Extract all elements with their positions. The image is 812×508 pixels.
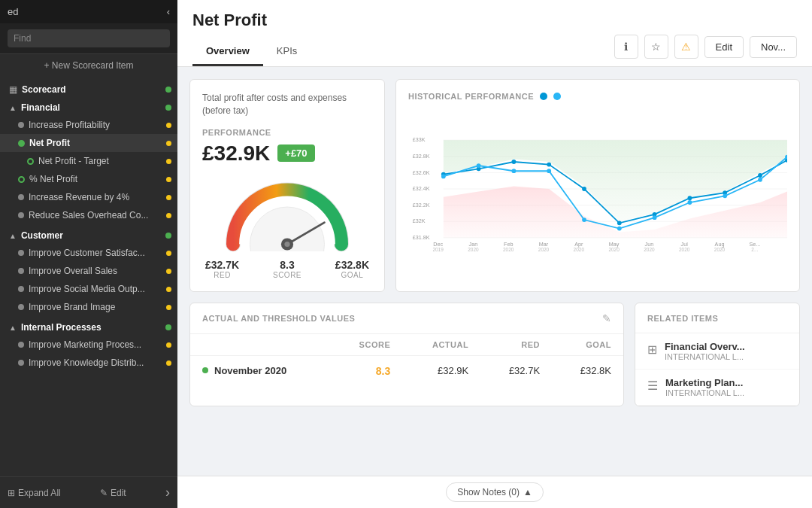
sidebar-section-internal-processes: ▲ Internal Processes Improve Marketing P… <box>0 318 177 372</box>
sidebar-section-customer-header[interactable]: ▲ Customer <box>0 226 177 244</box>
info-button[interactable]: ℹ <box>614 35 638 59</box>
table-card-header: ACTUAL AND THRESHOLD VALUES ✎ <box>190 303 623 334</box>
gauge-score-label: SCORE <box>273 271 301 279</box>
improve-marketing-indicator <box>166 342 171 348</box>
bottom-row: ACTUAL AND THRESHOLD VALUES ✎ SCORE ACTU… <box>189 303 800 406</box>
svg-point-24 <box>582 187 586 191</box>
row-goal: £32.8K <box>552 355 623 386</box>
tab-overview[interactable]: Overview <box>192 38 263 66</box>
table-edit-icon[interactable]: ✎ <box>602 312 611 324</box>
table-row: November 2020 8.3 £32.9K £32.7K £32.8K <box>190 355 623 386</box>
gauge-chart <box>220 176 355 251</box>
historical-chart-svg: £33K £32.8K £32.6K £32.4K £32.2K £32K £3… <box>408 110 787 268</box>
pct-net-profit-indicator <box>166 177 171 182</box>
sidebar-item-scorecard[interactable]: ▦ Scorecard <box>0 80 177 98</box>
col-score: SCORE <box>331 334 402 356</box>
svg-text:2020: 2020 <box>644 247 655 252</box>
main-header: Net Profit Overview KPIs ℹ ☆ ⚠ Edit Nov.… <box>177 0 812 67</box>
search-input[interactable] <box>8 29 170 47</box>
chart-legend-dot-target <box>553 93 561 100</box>
star-button[interactable]: ☆ <box>644 35 668 59</box>
sidebar-item-improve-social-media[interactable]: Improve Social Media Outp... <box>0 280 177 298</box>
sidebar: ed ‹ + New Scorecard Item ▦ Scorecard ▲ … <box>0 0 177 508</box>
sidebar-item-net-profit-target[interactable]: Net Profit - Target <box>0 152 177 170</box>
related-items-header: RELATED ITEMS <box>635 303 799 333</box>
sidebar-item-improve-customer-satisf[interactable]: Improve Customer Satisfac... <box>0 244 177 262</box>
scorecard-status-dot <box>165 87 171 93</box>
increase-revenue-dot <box>18 194 24 200</box>
performance-badge: +£70 <box>277 144 314 162</box>
related-item-financial-overview[interactable]: ⊞ Financial Overv... INTERNATIONAL L... <box>635 333 799 370</box>
row-score: 8.3 <box>331 355 402 386</box>
row-date: November 2020 <box>190 356 331 385</box>
gauge-goal-value: £32.8K <box>335 259 369 271</box>
performance-label: PERFORMANCE <box>202 128 372 137</box>
sidebar-item-improve-brand-image[interactable]: Improve Brand Image <box>0 298 177 316</box>
show-notes-button[interactable]: Show Notes (0) ▲ <box>446 482 544 502</box>
sidebar-tree: ▦ Scorecard ▲ Financial Increase Profita… <box>0 77 177 476</box>
sidebar-item-improve-knowledge[interactable]: Improve Knowledge Distrib... <box>0 354 177 372</box>
related-items-card: RELATED ITEMS ⊞ Financial Overv... INTER… <box>635 303 800 406</box>
content-area: Total profit after costs and expenses (b… <box>177 67 812 476</box>
expand-all-button[interactable]: ⊞ Expand All <box>8 488 61 498</box>
improve-knowledge-indicator <box>166 360 171 366</box>
tab-kpis[interactable]: KPIs <box>263 38 311 66</box>
data-table: SCORE ACTUAL RED GOAL November 2020 <box>190 334 623 386</box>
sidebar-section-internal-processes-header[interactable]: ▲ Internal Processes <box>0 318 177 336</box>
new-scorecard-item-button[interactable]: + New Scorecard Item <box>0 53 177 77</box>
related-item-marketing-plan[interactable]: ☰ Marketing Plan... INTERNATIONAL L... <box>635 370 799 406</box>
sidebar-item-reduce-sales[interactable]: Reduce Sales Overhead Co... <box>0 206 177 224</box>
edit-button-footer[interactable]: ✎ Edit <box>100 488 126 498</box>
sidebar-footer: ⊞ Expand All ✎ Edit › <box>0 476 177 508</box>
sidebar-item-increase-revenue[interactable]: Increase Revenue by 4% <box>0 188 177 206</box>
sidebar-arrow-collapse[interactable]: › <box>165 485 170 500</box>
gauge-goal-stat: £32.8K GOAL <box>335 259 369 279</box>
financial-overview-content: Financial Overv... INTERNATIONAL L... <box>665 341 745 361</box>
svg-text:£33K: £33K <box>413 136 426 143</box>
svg-point-27 <box>688 196 692 200</box>
marketing-plan-sub: INTERNATIONAL L... <box>665 388 744 397</box>
svg-point-31 <box>441 175 446 179</box>
improve-customer-dot <box>18 250 24 256</box>
improve-marketing-dot <box>18 342 24 348</box>
period-button[interactable]: Nov... <box>750 36 797 58</box>
improve-customer-indicator <box>166 251 171 256</box>
net-profit-target-indicator <box>166 159 171 164</box>
increase-profitability-dot <box>18 122 24 128</box>
pct-net-profit-dot <box>18 176 25 183</box>
net-profit-target-dot <box>27 158 34 165</box>
svg-text:£32.6K: £32.6K <box>413 169 430 176</box>
svg-text:2020: 2020 <box>608 247 620 252</box>
financial-status-dot <box>165 105 171 111</box>
historical-chart-card: HISTORICAL PERFORMANCE <box>395 79 800 292</box>
sidebar-section-financial-header[interactable]: ▲ Financial <box>0 98 177 116</box>
edit-button[interactable]: Edit <box>704 36 744 58</box>
svg-text:2019: 2019 <box>432 247 444 252</box>
performance-main-value: £32.9K <box>202 141 270 166</box>
alert-button[interactable]: ⚠ <box>674 35 698 59</box>
alert-icon: ⚠ <box>681 41 691 53</box>
gauge-red-stat: £32.7K RED <box>205 259 239 279</box>
sidebar-collapse-icon[interactable]: ‹ <box>167 6 170 17</box>
sidebar-app-name: ed <box>8 6 18 17</box>
sidebar-item-improve-overall-sales[interactable]: Improve Overall Sales <box>0 262 177 280</box>
main-content: Net Profit Overview KPIs ℹ ☆ ⚠ Edit Nov.… <box>177 0 812 508</box>
svg-text:2020: 2020 <box>574 247 585 252</box>
sidebar-item-net-profit[interactable]: Net Profit <box>0 134 177 152</box>
col-red: RED <box>480 334 552 356</box>
show-notes-label: Show Notes (0) <box>457 487 520 497</box>
svg-point-32 <box>477 163 481 168</box>
performance-card: Total profit after costs and expenses (b… <box>189 79 385 292</box>
marketing-plan-name: Marketing Plan... <box>665 377 744 388</box>
svg-point-25 <box>617 221 622 225</box>
sidebar-item-increase-profitability[interactable]: Increase Profitability <box>0 116 177 134</box>
sidebar-item-improve-marketing[interactable]: Improve Marketing Proces... <box>0 336 177 354</box>
table-card: ACTUAL AND THRESHOLD VALUES ✎ SCORE ACTU… <box>189 303 624 406</box>
svg-text:£32.4K: £32.4K <box>413 185 430 192</box>
svg-point-22 <box>512 160 517 164</box>
sidebar-section-customer: ▲ Customer Improve Customer Satisfac... … <box>0 226 177 316</box>
row-actual: £32.9K <box>402 355 480 386</box>
gauge-red-value: £32.7K <box>205 259 239 271</box>
sidebar-item-pct-net-profit[interactable]: % Net Profit <box>0 170 177 188</box>
svg-text:2020: 2020 <box>468 247 479 252</box>
